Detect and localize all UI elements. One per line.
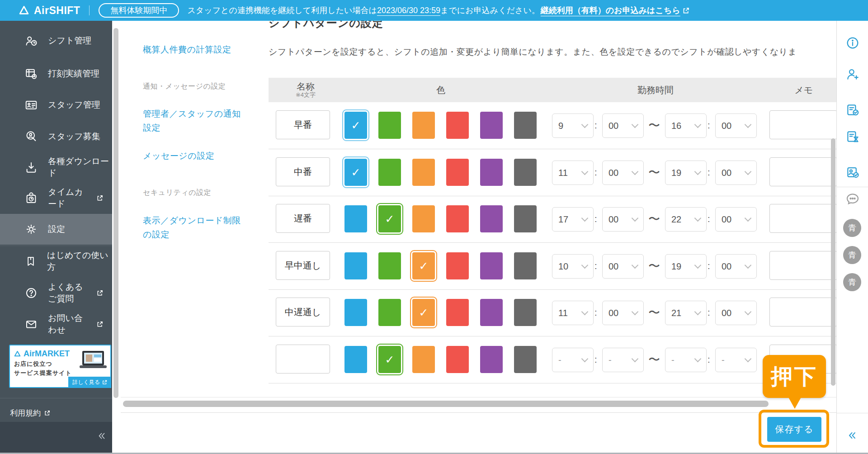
start-hour-select[interactable]: 11 xyxy=(552,301,594,325)
staff-avatar[interactable]: 青 xyxy=(843,219,861,237)
end-minute-select[interactable]: 00 xyxy=(715,161,757,185)
color-swatch-red[interactable] xyxy=(446,299,469,326)
color-swatch-gray[interactable] xyxy=(514,159,537,186)
color-swatch-green[interactable] xyxy=(378,299,401,326)
save-button[interactable]: 保存する xyxy=(767,417,821,442)
submenu-link-labor-cost[interactable]: 概算人件費の計算設定 xyxy=(143,43,251,57)
color-swatch-gray[interactable] xyxy=(514,346,537,373)
rail-collapse-icon[interactable] xyxy=(847,430,858,441)
submenu-link-display-download-limit[interactable]: 表示／ダウンロード制限の設定 xyxy=(143,213,248,241)
color-swatch-purple[interactable] xyxy=(480,299,503,326)
color-swatch-green[interactable] xyxy=(378,112,401,139)
shift-name-input[interactable]: 早中通し xyxy=(276,251,330,280)
end-hour-select[interactable]: 19 xyxy=(665,161,707,185)
shift-name-input[interactable]: 早番 xyxy=(276,110,330,139)
document-hourglass-button[interactable] xyxy=(844,128,861,145)
start-minute-select[interactable]: 00 xyxy=(602,161,644,185)
page-scrollbar-thumb[interactable] xyxy=(113,28,118,398)
staff-avatar[interactable]: 青 xyxy=(843,246,861,264)
end-minute-select[interactable]: 00 xyxy=(715,301,757,325)
shift-name-input[interactable] xyxy=(276,345,330,374)
color-swatch-green[interactable]: ✓ xyxy=(378,205,401,232)
color-swatch-purple[interactable] xyxy=(480,112,503,139)
info-button[interactable] xyxy=(844,34,861,52)
submenu-link-message-settings[interactable]: メッセージの設定 xyxy=(143,149,251,163)
memo-textarea[interactable] xyxy=(769,204,836,233)
color-swatch-blue[interactable]: ✓ xyxy=(344,159,367,186)
memo-textarea[interactable] xyxy=(769,298,836,326)
color-swatch-blue[interactable] xyxy=(344,299,367,326)
sidebar-item-staff-recruiting[interactable]: スタッフ募集 xyxy=(0,121,112,152)
end-hour-select[interactable]: 19 xyxy=(665,254,707,279)
sidebar-item-contact[interactable]: お問い合わせ xyxy=(0,309,112,340)
submenu-link-admin-staff-notice[interactable]: 管理者／スタッフの通知設定 xyxy=(143,107,248,135)
end-hour-select[interactable]: 21 xyxy=(665,301,707,325)
start-minute-select[interactable]: 00 xyxy=(602,301,644,325)
staff-card-check-button[interactable] xyxy=(844,164,861,181)
color-swatch-blue[interactable]: ✓ xyxy=(344,112,367,139)
sidebar-item-time-record[interactable]: 打刻実績管理 xyxy=(0,58,112,89)
ad-detail-button[interactable]: 詳しく見る xyxy=(68,377,111,388)
sidebar-item-shift-management[interactable]: シフト管理 xyxy=(0,25,112,56)
color-swatch-red[interactable] xyxy=(446,346,469,373)
memo-textarea[interactable] xyxy=(769,251,836,280)
color-swatch-blue[interactable] xyxy=(344,346,367,373)
start-hour-select[interactable]: 9 xyxy=(552,114,594,138)
terms-of-service-link[interactable]: 利用規約 xyxy=(10,408,50,418)
start-hour-select[interactable]: 17 xyxy=(552,207,594,232)
color-swatch-gray[interactable] xyxy=(514,252,537,279)
sidebar-item-staff-management[interactable]: スタッフ管理 xyxy=(0,90,112,120)
color-swatch-red[interactable] xyxy=(446,205,469,232)
end-minute-select[interactable]: 00 xyxy=(715,114,757,138)
start-hour-select[interactable]: 10 xyxy=(552,254,594,279)
sidebar-item-downloads[interactable]: 各種ダウンロード xyxy=(0,152,112,183)
color-swatch-orange[interactable] xyxy=(412,205,435,232)
color-swatch-blue[interactable] xyxy=(344,205,367,232)
color-swatch-orange[interactable]: ✓ xyxy=(412,252,435,279)
color-swatch-purple[interactable] xyxy=(480,159,503,186)
start-minute-select[interactable]: 00 xyxy=(602,254,644,279)
add-user-button[interactable] xyxy=(844,66,861,83)
sidebar-item-settings[interactable]: 設定 xyxy=(0,214,112,245)
color-swatch-orange[interactable] xyxy=(412,159,435,186)
color-swatch-gray[interactable] xyxy=(514,112,537,139)
end-hour-select[interactable]: 16 xyxy=(665,114,707,138)
color-swatch-purple[interactable] xyxy=(480,252,503,279)
shift-name-input[interactable]: 遅番 xyxy=(276,204,330,233)
color-swatch-orange[interactable] xyxy=(412,112,435,139)
color-swatch-blue[interactable] xyxy=(344,252,367,279)
paid-signup-link[interactable]: 継続利用（有料）のお申込みはこちら xyxy=(541,5,689,16)
shift-name-input[interactable]: 中遅通し xyxy=(276,298,330,326)
color-swatch-red[interactable] xyxy=(446,112,469,139)
horizontal-scrollbar-thumb[interactable] xyxy=(123,401,769,407)
start-minute-select[interactable]: 00 xyxy=(602,207,644,232)
end-hour-select[interactable]: 22 xyxy=(665,207,707,232)
chat-button[interactable] xyxy=(844,190,861,207)
end-minute-select[interactable]: - xyxy=(715,348,757,372)
color-swatch-gray[interactable] xyxy=(514,205,537,232)
color-swatch-green[interactable]: ✓ xyxy=(378,346,401,373)
end-hour-select[interactable]: - xyxy=(665,348,707,372)
staff-avatar[interactable]: 青 xyxy=(843,273,861,291)
color-swatch-purple[interactable] xyxy=(480,346,503,373)
end-minute-select[interactable]: 00 xyxy=(715,207,757,232)
color-swatch-gray[interactable] xyxy=(514,299,537,326)
start-hour-select[interactable]: 11 xyxy=(552,161,594,185)
sidebar-item-faq[interactable]: よくあるご質問 xyxy=(0,278,112,308)
color-swatch-red[interactable] xyxy=(446,159,469,186)
color-swatch-green[interactable] xyxy=(378,252,401,279)
color-swatch-orange[interactable] xyxy=(412,346,435,373)
sidebar-collapse-icon[interactable] xyxy=(97,431,107,441)
memo-textarea[interactable] xyxy=(769,110,836,139)
airmarket-ad-banner[interactable]: AirMARKET お店に役立つ サービス提案サイト 詳しく見る xyxy=(9,345,111,388)
start-minute-select[interactable]: - xyxy=(602,348,644,372)
end-minute-select[interactable]: 00 xyxy=(715,254,757,279)
start-minute-select[interactable]: 00 xyxy=(602,114,644,138)
color-swatch-red[interactable] xyxy=(446,252,469,279)
sidebar-item-timecard[interactable]: タイムカード xyxy=(0,183,112,213)
start-hour-select[interactable]: - xyxy=(552,348,594,372)
vertical-scrollbar-thumb[interactable] xyxy=(831,138,835,386)
memo-textarea[interactable] xyxy=(769,157,836,186)
sidebar-item-getting-started[interactable]: はじめての使い方 xyxy=(0,246,112,277)
color-swatch-green[interactable] xyxy=(378,159,401,186)
